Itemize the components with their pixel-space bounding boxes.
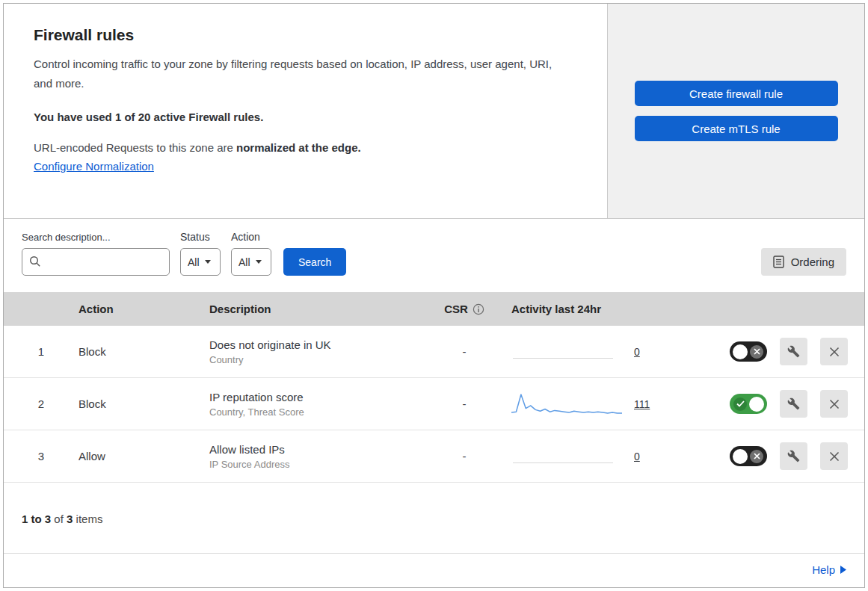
action-select-value: All bbox=[238, 256, 250, 268]
overview-text-panel: Firewall rules Control incoming traffic … bbox=[4, 4, 607, 218]
firewall-overview-section: Firewall rules Control incoming traffic … bbox=[4, 4, 864, 219]
create-mtls-rule-button[interactable]: Create mTLS rule bbox=[635, 116, 838, 141]
rule-description-cell: Does not originate in UK Country bbox=[209, 338, 423, 365]
activity-count-link[interactable]: 111 bbox=[634, 398, 655, 410]
delete-rule-button[interactable] bbox=[820, 390, 848, 418]
ordering-icon bbox=[773, 256, 784, 268]
rule-action: Allow bbox=[79, 450, 209, 462]
rule-activity-cell: 0 bbox=[505, 338, 707, 365]
header-csr-label: CSR bbox=[444, 303, 468, 315]
close-icon bbox=[829, 399, 840, 409]
pagination-summary: 1 to 3 of 3 items bbox=[4, 483, 864, 553]
search-button[interactable]: Search bbox=[283, 248, 346, 276]
status-label: Status bbox=[180, 231, 221, 243]
actions-panel: Create firewall rule Create mTLS rule bbox=[607, 4, 864, 218]
status-filter-group: Status All bbox=[180, 231, 221, 276]
header-activity: Activity last 24hr bbox=[505, 303, 707, 315]
normalization-text: URL-encoded Requests to this zone are bbox=[34, 141, 233, 154]
rule-csr: - bbox=[423, 345, 505, 358]
help-link[interactable]: Help bbox=[812, 563, 846, 576]
header-description: Description bbox=[209, 303, 423, 315]
rule-priority: 1 bbox=[4, 345, 79, 358]
toggle-knob bbox=[733, 449, 748, 464]
edit-rule-button[interactable] bbox=[780, 338, 807, 365]
header-csr: CSR bbox=[423, 303, 505, 315]
info-icon[interactable] bbox=[473, 303, 484, 315]
rule-priority: 3 bbox=[4, 450, 79, 462]
close-icon bbox=[829, 451, 840, 462]
action-select[interactable]: All bbox=[231, 248, 271, 276]
rule-priority: 2 bbox=[4, 397, 79, 410]
status-select[interactable]: All bbox=[180, 248, 221, 276]
rule-activity-cell: 0 bbox=[505, 443, 707, 470]
search-label: Search description... bbox=[22, 232, 170, 243]
delete-rule-button[interactable] bbox=[820, 338, 848, 365]
activity-count-link[interactable]: 0 bbox=[634, 451, 655, 462]
pagination-range: 1 to 3 bbox=[22, 513, 51, 525]
rule-action: Block bbox=[79, 345, 209, 358]
rule-controls bbox=[707, 442, 864, 470]
firewall-rules-page: Firewall rules Control incoming traffic … bbox=[3, 3, 865, 588]
table-row: 2 Block IP reputation score Country, Thr… bbox=[4, 378, 864, 430]
header-action: Action bbox=[79, 303, 209, 315]
filter-bar: Search description... Status All Action … bbox=[4, 219, 864, 292]
search-icon bbox=[29, 256, 41, 267]
table-header: Action Description CSR Activity last 24h… bbox=[4, 292, 864, 326]
rule-action: Block bbox=[79, 397, 209, 410]
ordering-label: Ordering bbox=[791, 256, 834, 268]
status-select-value: All bbox=[188, 256, 200, 268]
page-title: Firewall rules bbox=[34, 26, 577, 44]
toggle-x-icon bbox=[750, 450, 763, 463]
usage-summary: You have used 1 of 20 active Firewall ru… bbox=[34, 111, 577, 123]
rule-description: Does not originate in UK bbox=[209, 338, 416, 351]
activity-sparkline bbox=[511, 391, 624, 418]
search-input[interactable] bbox=[22, 248, 170, 276]
rule-criteria: IP Source Address bbox=[209, 459, 416, 470]
toggle-knob bbox=[749, 397, 764, 412]
page-description: Control incoming traffic to your zone by… bbox=[34, 55, 566, 93]
edit-rule-button[interactable] bbox=[780, 390, 807, 418]
table-row: 1 Block Does not originate in UK Country… bbox=[4, 326, 864, 378]
activity-empty-sparkline bbox=[511, 338, 624, 365]
toggle-x-icon bbox=[750, 345, 763, 359]
chevron-down-icon bbox=[256, 260, 262, 264]
chevron-down-icon bbox=[205, 260, 211, 264]
help-arrow-icon bbox=[840, 566, 846, 574]
rule-description-cell: Allow listed IPs IP Source Address bbox=[209, 443, 423, 470]
wrench-icon bbox=[787, 397, 800, 410]
action-filter-group: Action All bbox=[231, 231, 271, 276]
delete-rule-button[interactable] bbox=[820, 442, 848, 470]
rule-toggle[interactable] bbox=[730, 394, 767, 414]
activity-count-link[interactable]: 0 bbox=[634, 346, 655, 358]
wrench-icon bbox=[787, 345, 800, 358]
create-firewall-rule-button[interactable]: Create firewall rule bbox=[635, 81, 838, 106]
rule-description: IP reputation score bbox=[209, 391, 416, 403]
edit-rule-button[interactable] bbox=[780, 442, 807, 470]
pagination-total: 3 bbox=[67, 513, 73, 525]
toggle-check-icon bbox=[733, 397, 747, 411]
rule-activity-cell: 111 bbox=[505, 391, 707, 418]
normalization-bold: normalized at the edge. bbox=[236, 141, 361, 154]
close-icon bbox=[829, 347, 840, 357]
rule-controls bbox=[707, 338, 864, 365]
rule-toggle[interactable] bbox=[730, 341, 767, 362]
rule-description-cell: IP reputation score Country, Threat Scor… bbox=[209, 391, 423, 418]
table-row: 3 Allow Allow listed IPs IP Source Addre… bbox=[4, 430, 864, 483]
rule-csr: - bbox=[423, 450, 505, 462]
rule-description: Allow listed IPs bbox=[209, 443, 416, 456]
rule-criteria: Country, Threat Score bbox=[209, 406, 416, 418]
configure-normalization-link[interactable]: Configure Normalization bbox=[34, 160, 154, 173]
toggle-knob bbox=[733, 344, 748, 359]
wrench-icon bbox=[787, 450, 800, 462]
help-bar: Help bbox=[4, 553, 864, 587]
rule-controls bbox=[707, 390, 864, 418]
activity-empty-sparkline bbox=[511, 443, 624, 470]
ordering-button[interactable]: Ordering bbox=[761, 248, 846, 276]
search-filter-group: Search description... bbox=[22, 232, 170, 276]
rule-toggle[interactable] bbox=[730, 446, 767, 466]
action-label: Action bbox=[231, 231, 271, 243]
normalization-note: URL-encoded Requests to this zone are no… bbox=[34, 141, 577, 154]
rule-csr: - bbox=[423, 397, 505, 410]
search-box bbox=[22, 248, 170, 276]
rule-criteria: Country bbox=[209, 354, 416, 365]
